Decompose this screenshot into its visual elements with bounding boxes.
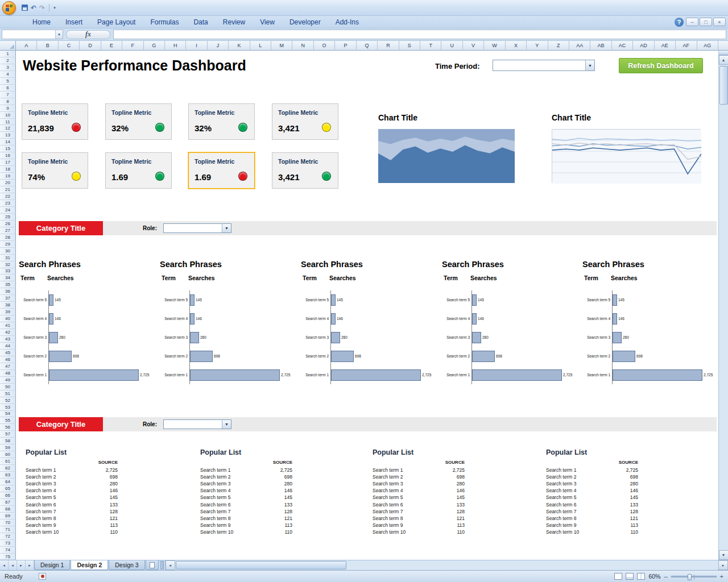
row-header-41[interactable]: 41 xyxy=(0,322,16,329)
row-header-3[interactable]: 3 xyxy=(0,64,16,71)
ribbon-tab-home[interactable]: Home xyxy=(25,16,58,28)
row-header-7[interactable]: 7 xyxy=(0,92,16,98)
row-header-29[interactable]: 29 xyxy=(0,241,16,248)
row-header-1[interactable]: 1 xyxy=(0,51,16,57)
row-header-45[interactable]: 45 xyxy=(0,350,16,356)
restore-button[interactable]: □ xyxy=(700,18,712,26)
column-header-AF[interactable]: AF xyxy=(676,41,697,51)
bar[interactable] xyxy=(190,332,199,343)
redo-icon[interactable]: ↷ xyxy=(39,5,45,11)
row-header-5[interactable]: 5 xyxy=(0,78,16,85)
bar[interactable] xyxy=(331,313,336,325)
scroll-up-icon[interactable]: ▲ xyxy=(719,55,728,65)
row-header-66[interactable]: 66 xyxy=(0,492,16,499)
row-header-23[interactable]: 23 xyxy=(0,200,16,207)
row-header-55[interactable]: 55 xyxy=(0,417,16,424)
metric-card[interactable]: Topline Metric1.69 xyxy=(188,152,255,189)
column-header-W[interactable]: W xyxy=(484,41,505,51)
row-header-43[interactable]: 43 xyxy=(0,336,16,343)
bar[interactable] xyxy=(613,294,617,306)
bar[interactable] xyxy=(331,332,340,343)
row-header-63[interactable]: 63 xyxy=(0,472,16,479)
row-header-25[interactable]: 25 xyxy=(0,214,16,221)
row-header-71[interactable]: 71 xyxy=(0,526,16,533)
zoom-out-icon[interactable]: – xyxy=(664,573,667,580)
macro-record-icon[interactable] xyxy=(39,573,46,580)
bar[interactable] xyxy=(49,313,53,325)
horizontal-scrollbar[interactable]: ◄ ► xyxy=(165,560,728,570)
zoom-in-icon[interactable]: + xyxy=(720,573,723,580)
bar[interactable] xyxy=(49,332,58,343)
metric-card[interactable]: Topline Metric3,421 xyxy=(272,103,338,140)
row-header-61[interactable]: 61 xyxy=(0,458,16,465)
previous-sheet-icon[interactable]: ◄ xyxy=(9,560,17,570)
column-header-E[interactable]: E xyxy=(101,41,122,51)
horizontal-scroll-track[interactable] xyxy=(347,560,718,570)
row-header-2[interactable]: 2 xyxy=(0,57,16,64)
office-button[interactable] xyxy=(2,1,16,15)
metric-card[interactable]: Topline Metric3,421 xyxy=(272,152,338,189)
row-header-8[interactable]: 8 xyxy=(0,98,16,105)
close-button[interactable]: × xyxy=(713,18,726,26)
row-header-54[interactable]: 54 xyxy=(0,411,16,418)
bar[interactable] xyxy=(49,294,53,306)
select-all-corner[interactable] xyxy=(0,41,16,51)
row-header-39[interactable]: 39 xyxy=(0,309,16,315)
row-header-44[interactable]: 44 xyxy=(0,343,16,350)
row-header-33[interactable]: 33 xyxy=(0,268,16,275)
bar[interactable] xyxy=(472,369,562,381)
row-header-19[interactable]: 19 xyxy=(0,173,16,180)
sheet-tab-design-3[interactable]: Design 3 xyxy=(109,560,144,570)
row-header-38[interactable]: 38 xyxy=(0,302,16,309)
row-header-69[interactable]: 69 xyxy=(0,513,16,519)
row-header-26[interactable]: 26 xyxy=(0,221,16,227)
bar[interactable] xyxy=(190,313,195,325)
column-header-I[interactable]: I xyxy=(186,41,207,51)
column-header-H[interactable]: H xyxy=(165,41,186,51)
metric-card[interactable]: Topline Metric1.69 xyxy=(105,152,172,189)
row-header-21[interactable]: 21 xyxy=(0,186,16,193)
column-header-AE[interactable]: AE xyxy=(655,41,676,51)
horizontal-scroll-thumb[interactable] xyxy=(176,561,346,569)
row-header-68[interactable]: 68 xyxy=(0,506,16,513)
vertical-scroll-thumb[interactable] xyxy=(719,66,728,105)
bar[interactable] xyxy=(472,313,477,325)
row-header-48[interactable]: 48 xyxy=(0,370,16,377)
row-header-40[interactable]: 40 xyxy=(0,315,16,322)
time-period-dropdown[interactable]: ▼ xyxy=(493,60,595,71)
help-icon[interactable]: ? xyxy=(675,18,684,27)
column-header-X[interactable]: X xyxy=(506,41,527,51)
column-header-U[interactable]: U xyxy=(441,41,462,51)
column-header-V[interactable]: V xyxy=(463,41,484,51)
row-header-16[interactable]: 16 xyxy=(0,152,16,159)
minimize-button[interactable]: – xyxy=(686,18,698,26)
bar[interactable] xyxy=(49,351,72,362)
row-header-56[interactable]: 56 xyxy=(0,424,16,431)
column-header-AC[interactable]: AC xyxy=(612,41,633,51)
row-header-27[interactable]: 27 xyxy=(0,227,16,234)
column-header-Y[interactable]: Y xyxy=(527,41,548,51)
column-header-C[interactable]: C xyxy=(59,41,80,51)
row-header-67[interactable]: 67 xyxy=(0,499,16,506)
ribbon-tab-page-layout[interactable]: Page Layout xyxy=(90,16,143,28)
row-header-51[interactable]: 51 xyxy=(0,390,16,397)
column-header-A[interactable]: A xyxy=(16,41,37,51)
column-header-F[interactable]: F xyxy=(122,41,143,51)
row-header-28[interactable]: 28 xyxy=(0,234,16,241)
tab-scrollbar-splitter[interactable] xyxy=(160,561,164,569)
last-sheet-icon[interactable]: ► xyxy=(26,560,34,570)
column-header-N[interactable]: N xyxy=(292,41,313,51)
row-header-34[interactable]: 34 xyxy=(0,275,16,281)
insert-worksheet-tab[interactable] xyxy=(146,560,159,570)
row-header-74[interactable]: 74 xyxy=(0,547,16,554)
column-header-AA[interactable]: AA xyxy=(569,41,590,51)
row-header-58[interactable]: 58 xyxy=(0,438,16,444)
name-box-dropdown-icon[interactable]: ▼ xyxy=(55,30,63,39)
bar[interactable] xyxy=(331,294,336,306)
row-header-46[interactable]: 46 xyxy=(0,356,16,363)
metric-card[interactable]: Topline Metric74% xyxy=(22,152,88,189)
column-header-P[interactable]: P xyxy=(335,41,356,51)
row-header-22[interactable]: 22 xyxy=(0,193,16,200)
zoom-slider-thumb[interactable] xyxy=(688,574,692,580)
row-header-6[interactable]: 6 xyxy=(0,85,16,92)
